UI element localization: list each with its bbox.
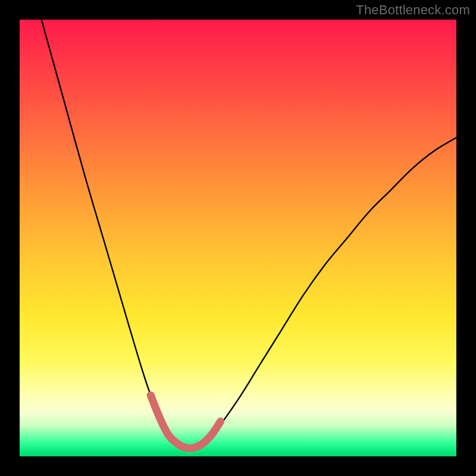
plot-area <box>20 20 456 456</box>
curve-layer <box>20 20 456 456</box>
attribution-text: TheBottleneck.com <box>356 2 470 18</box>
bottleneck-curve <box>42 20 456 448</box>
optimal-zone-highlight <box>151 395 220 448</box>
chart-frame: TheBottleneck.com <box>0 0 476 476</box>
